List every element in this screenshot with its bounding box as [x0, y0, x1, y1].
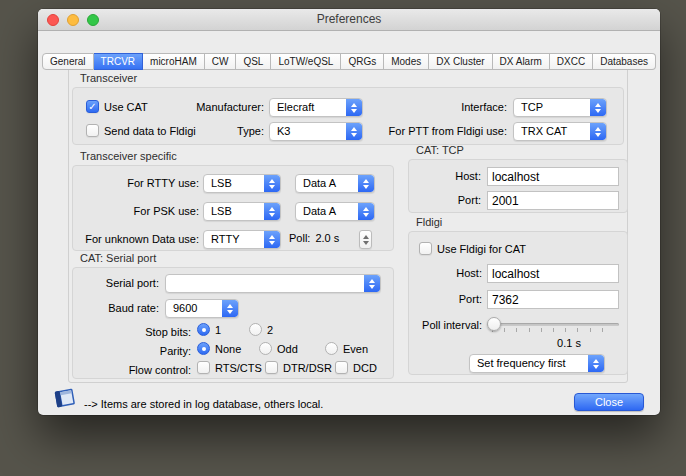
flow-rts-cts-checkbox[interactable]: RTS/CTS — [197, 361, 262, 374]
stop-bits-2-label: 2 — [267, 324, 273, 336]
cat-tcp-host-label: Host: — [409, 169, 481, 183]
stop-bits-2-radio[interactable]: 2 — [249, 323, 273, 336]
zoom-window-button[interactable] — [87, 14, 99, 26]
slider-track — [487, 323, 619, 326]
poll-stepper[interactable] — [359, 230, 372, 249]
chevron-down-icon — [269, 241, 275, 245]
chevron-down-icon — [369, 285, 375, 289]
flow-control-label: Flow control: — [73, 363, 191, 377]
parity-none-label: None — [215, 343, 241, 355]
use-cat-checkbox[interactable]: Use CAT — [86, 100, 148, 113]
chevron-up-icon — [595, 103, 601, 107]
rtty-mode-select[interactable]: LSB — [203, 174, 281, 193]
chevron-up-down-icon — [222, 300, 238, 317]
fldigi-host-label: Host: — [409, 266, 482, 280]
radio-selected-icon — [197, 323, 210, 336]
checkbox-unchecked-icon — [265, 361, 278, 374]
manufacturer-select[interactable]: Elecraft — [269, 98, 363, 117]
chevron-up-down-icon — [590, 123, 606, 140]
parity-label: Parity: — [73, 344, 191, 358]
baud-rate-select[interactable]: 9600 — [165, 299, 239, 318]
desktop-background: { "window": { "title": "Preferences", "t… — [0, 0, 686, 476]
slider-ticks — [492, 328, 614, 332]
type-select[interactable]: K3 — [269, 122, 363, 141]
serial-port-select[interactable] — [165, 274, 381, 293]
cat-tcp-host-input[interactable] — [487, 167, 619, 186]
parity-none-radio[interactable]: None — [197, 342, 241, 355]
checkbox-unchecked-icon — [419, 242, 432, 255]
fldigi-port-input[interactable] — [487, 290, 619, 309]
radio-selected-icon — [197, 342, 210, 355]
chevron-up-down-icon — [588, 355, 604, 372]
cat-tcp-port-input[interactable] — [487, 191, 619, 210]
chevron-up-down-icon — [346, 99, 362, 116]
poll-interval-slider[interactable] — [487, 316, 619, 334]
chevron-up-icon — [269, 235, 275, 239]
set-frequency-first-select[interactable]: Set frequency first — [469, 354, 605, 373]
chevron-up-down-icon — [346, 123, 362, 140]
tab-dxcc[interactable]: DXCC — [550, 53, 593, 70]
tab-lotw-eqsl[interactable]: LoTW/eQSL — [271, 53, 341, 70]
serial-port-value — [166, 275, 364, 292]
cat-tcp-group: CAT: TCP Host: Port: — [408, 159, 628, 213]
flow-dtr-dsr-checkbox[interactable]: DTR/DSR — [265, 361, 332, 374]
transceiver-group: Transceiver Use CAT Send data to Fldigi … — [72, 87, 624, 145]
tab-qsl[interactable]: QSL — [236, 53, 271, 70]
chevron-up-icon — [369, 279, 375, 283]
slider-thumb[interactable] — [487, 317, 501, 331]
flow-dcd-checkbox[interactable]: DCD — [335, 361, 377, 374]
tab-qrgs[interactable]: QRGs — [341, 53, 384, 70]
chevron-up-down-icon — [590, 99, 606, 116]
stop-bits-1-radio[interactable]: 1 — [197, 323, 221, 336]
chevron-up-down-icon — [264, 203, 280, 220]
chevron-down-icon — [593, 365, 599, 369]
manufacturer-label: Manufacturer: — [158, 100, 264, 114]
stepper-up-icon[interactable] — [363, 235, 369, 239]
interface-label: Interface: — [403, 100, 507, 114]
chevron-down-icon — [363, 213, 369, 217]
minimize-window-button[interactable] — [67, 14, 79, 26]
fldigi-group: Fldigi Use Fldigi for CAT Host: Port: Po… — [408, 231, 628, 375]
window-titlebar[interactable]: Preferences — [38, 9, 660, 31]
unknown-data-select[interactable]: RTTY — [203, 230, 281, 249]
close-button[interactable]: Close — [574, 393, 644, 411]
manufacturer-value: Elecraft — [270, 99, 346, 116]
psk-mode-select[interactable]: LSB — [203, 202, 281, 221]
preferences-window: Preferences General TRCVR microHAM CW QS… — [38, 9, 660, 415]
cat-tcp-port-label: Port: — [409, 193, 481, 207]
use-fldigi-for-cat-checkbox[interactable]: Use Fldigi for CAT — [419, 242, 526, 255]
rtty-data-value: Data A — [296, 175, 358, 192]
tab-cw[interactable]: CW — [205, 53, 237, 70]
tab-dx-alarm[interactable]: DX Alarm — [493, 53, 550, 70]
stepper-down-icon[interactable] — [363, 241, 369, 245]
rtty-data-select[interactable]: Data A — [295, 174, 375, 193]
tab-general[interactable]: General — [42, 53, 94, 70]
ptt-from-fldigi-value: TRX CAT — [514, 123, 590, 140]
type-value: K3 — [270, 123, 346, 140]
parity-even-radio[interactable]: Even — [325, 342, 368, 355]
chevron-up-icon — [227, 304, 233, 308]
type-label: Type: — [158, 124, 264, 138]
chevron-up-icon — [269, 179, 275, 183]
fldigi-port-label: Port: — [409, 292, 482, 306]
tab-trcvr[interactable]: TRCVR — [94, 53, 143, 70]
parity-odd-radio[interactable]: Odd — [259, 342, 298, 355]
rtty-mode-value: LSB — [204, 175, 264, 192]
tab-databases[interactable]: Databases — [593, 53, 656, 70]
fldigi-host-input[interactable] — [487, 264, 619, 283]
checkbox-unchecked-icon — [197, 361, 210, 374]
rtty-use-label: For RTTY use: — [73, 176, 199, 190]
transceiver-group-label: Transceiver — [80, 72, 137, 84]
ptt-from-fldigi-select[interactable]: TRX CAT — [513, 122, 607, 141]
poll-value: 2.0 s — [315, 232, 339, 244]
storage-note: --> Items are stored in log database, ot… — [84, 398, 323, 410]
psk-data-select[interactable]: Data A — [295, 202, 375, 221]
tab-microham[interactable]: microHAM — [143, 53, 205, 70]
fldigi-group-label: Fldigi — [416, 216, 442, 228]
tab-modes[interactable]: Modes — [384, 53, 429, 70]
psk-data-value: Data A — [296, 203, 358, 220]
tab-dx-cluster[interactable]: DX Cluster — [429, 53, 492, 70]
close-window-button[interactable] — [47, 14, 59, 26]
interface-select[interactable]: TCP — [513, 98, 607, 117]
baud-rate-label: Baud rate: — [73, 301, 159, 315]
